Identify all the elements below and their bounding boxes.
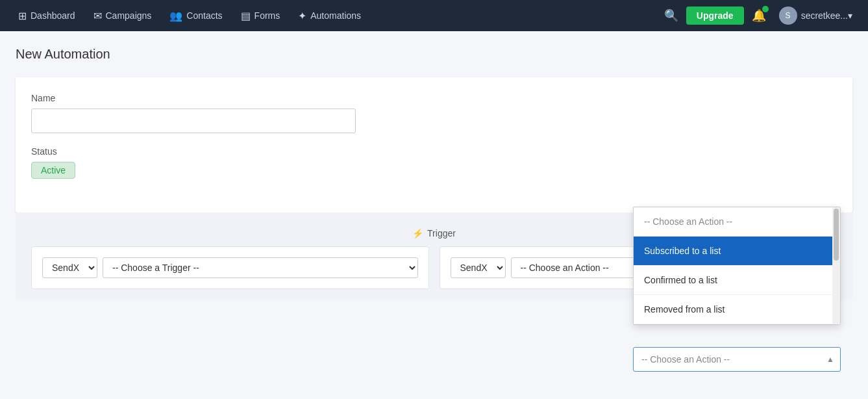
nav-dashboard[interactable]: ⊞ Dashboard	[10, 5, 83, 27]
automations-icon: ✦	[298, 10, 306, 22]
notification-bell[interactable]: 🔔	[747, 3, 771, 28]
search-icon[interactable]: 🔍	[659, 3, 684, 28]
trigger-header-label: Trigger	[427, 228, 456, 238]
nav-dashboard-label: Dashboard	[31, 10, 75, 21]
nav-contacts[interactable]: 👥 Contacts	[162, 5, 230, 27]
name-label: Name	[31, 93, 837, 103]
dropdown-scrollbar	[832, 207, 840, 300]
status-label: Status	[31, 146, 837, 157]
status-badge: Active	[31, 162, 75, 179]
user-menu[interactable]: S secretkee...▾	[774, 4, 858, 27]
avatar: S	[779, 6, 797, 25]
right-provider-select[interactable]: SendX	[451, 257, 506, 278]
nav-campaigns[interactable]: ✉ Campaigns	[86, 5, 160, 27]
name-field-group: Name	[31, 93, 837, 133]
status-field-group: Status Active	[31, 146, 837, 179]
left-trigger-select[interactable]: -- Choose a Trigger --	[103, 257, 418, 278]
nav-forms-label: Forms	[254, 10, 280, 21]
left-trigger-card: SendX -- Choose a Trigger --	[31, 246, 429, 289]
nav-automations-label: Automations	[310, 10, 361, 21]
page-title: New Automation	[16, 47, 852, 62]
upgrade-button[interactable]: Upgrade	[686, 6, 744, 25]
forms-icon: ▤	[241, 10, 251, 22]
name-input[interactable]	[31, 109, 356, 133]
scrollbar-thumb	[834, 209, 839, 261]
navbar: ⊞ Dashboard ✉ Campaigns 👥 Contacts ▤ For…	[0, 0, 868, 31]
dropdown-item-removed[interactable]: Removed from a list	[634, 295, 840, 300]
left-provider-select[interactable]: SendX	[42, 257, 97, 278]
dropdown-item-confirmed[interactable]: Confirmed to a list	[634, 266, 840, 295]
campaigns-icon: ✉	[93, 10, 102, 22]
nav-campaigns-label: Campaigns	[106, 10, 152, 21]
action-dropdown: -- Choose an Action -- Subscribed to a l…	[633, 207, 841, 300]
dropdown-item-subscribed[interactable]: Subscribed to a list	[634, 237, 840, 266]
contacts-icon: 👥	[169, 10, 182, 22]
username-label: secretkee...▾	[801, 10, 852, 21]
nav-automations[interactable]: ✦ Automations	[290, 5, 369, 27]
nav-forms[interactable]: ▤ Forms	[233, 5, 288, 27]
automation-form: Name Status Active	[16, 77, 852, 212]
dashboard-icon: ⊞	[18, 10, 27, 22]
notification-badge	[762, 6, 769, 12]
dropdown-placeholder[interactable]: -- Choose an Action --	[634, 207, 840, 237]
nav-contacts-label: Contacts	[186, 10, 222, 21]
trigger-icon: ⚡	[412, 228, 423, 238]
